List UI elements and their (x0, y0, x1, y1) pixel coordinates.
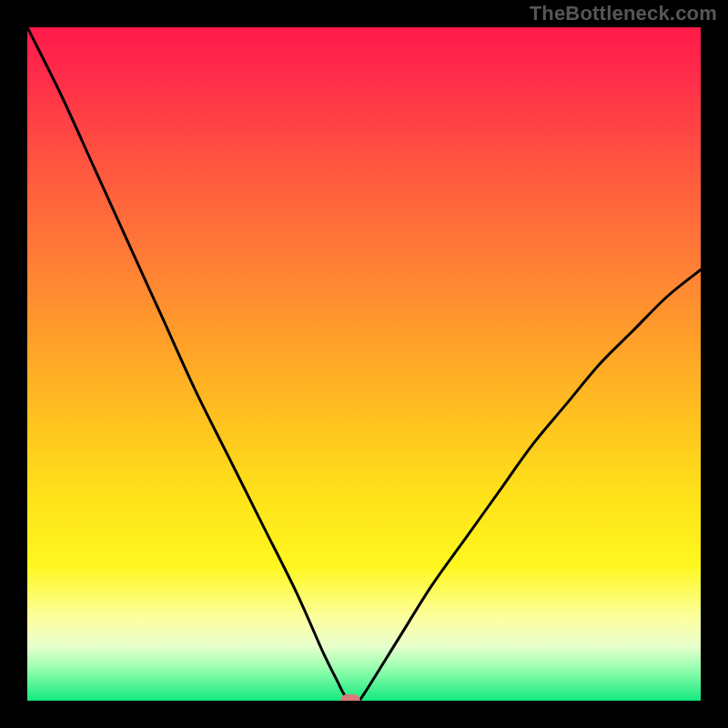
chart-frame: TheBottleneck.com (0, 0, 728, 728)
plot-area (27, 27, 701, 701)
curve-path (27, 27, 701, 701)
watermark-text: TheBottleneck.com (530, 2, 717, 25)
minimum-marker (340, 694, 360, 701)
bottleneck-curve (27, 27, 701, 701)
